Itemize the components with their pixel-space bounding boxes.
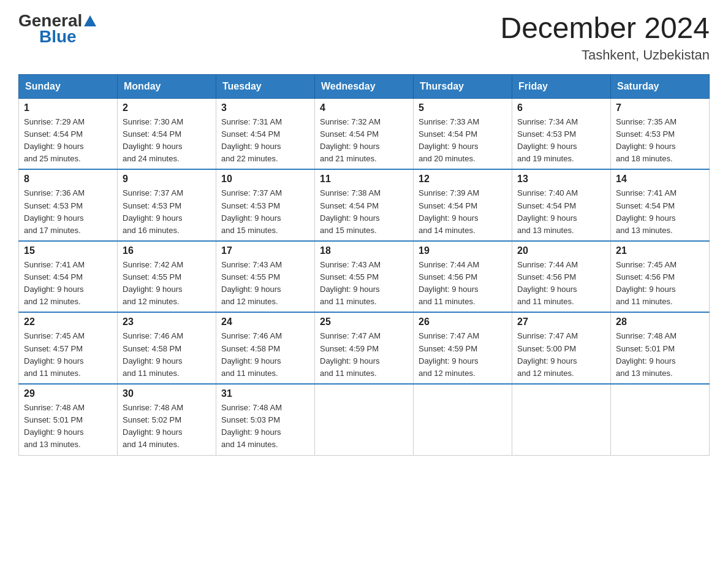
day-info: Sunrise: 7:40 AMSunset: 4:54 PMDaylight:… — [517, 188, 578, 234]
day-info: Sunrise: 7:34 AMSunset: 4:53 PMDaylight:… — [517, 117, 578, 163]
day-info: Sunrise: 7:41 AMSunset: 4:54 PMDaylight:… — [24, 260, 85, 306]
col-wednesday: Wednesday — [315, 74, 414, 98]
day-info: Sunrise: 7:48 AMSunset: 5:01 PMDaylight:… — [24, 403, 85, 449]
location-subtitle: Tashkent, Uzbekistan — [500, 47, 710, 63]
day-info: Sunrise: 7:30 AMSunset: 4:54 PMDaylight:… — [123, 117, 183, 163]
day-number: 25 — [320, 316, 408, 327]
calendar-week-row: 29 Sunrise: 7:48 AMSunset: 5:01 PMDaylig… — [19, 384, 710, 455]
calendar-week-row: 22 Sunrise: 7:45 AMSunset: 4:57 PMDaylig… — [19, 312, 710, 384]
day-info: Sunrise: 7:29 AMSunset: 4:54 PMDaylight:… — [24, 117, 85, 163]
day-info: Sunrise: 7:44 AMSunset: 4:56 PMDaylight:… — [517, 260, 578, 306]
table-row: 11 Sunrise: 7:38 AMSunset: 4:54 PMDaylig… — [315, 169, 414, 241]
day-number: 6 — [517, 102, 605, 113]
day-number: 10 — [221, 174, 309, 185]
table-row: 25 Sunrise: 7:47 AMSunset: 4:59 PMDaylig… — [315, 312, 414, 384]
col-thursday: Thursday — [414, 74, 512, 98]
table-row — [512, 384, 611, 455]
calendar-header-row: Sunday Monday Tuesday Wednesday Thursday… — [19, 74, 710, 98]
table-row: 31 Sunrise: 7:48 AMSunset: 5:03 PMDaylig… — [216, 384, 315, 455]
day-info: Sunrise: 7:35 AMSunset: 4:53 PMDaylight:… — [616, 117, 677, 163]
day-info: Sunrise: 7:43 AMSunset: 4:55 PMDaylight:… — [320, 260, 381, 306]
table-row: 13 Sunrise: 7:40 AMSunset: 4:54 PMDaylig… — [512, 169, 611, 241]
day-number: 18 — [320, 245, 408, 256]
day-number: 2 — [123, 102, 211, 113]
month-year-title: December 2024 — [500, 12, 710, 45]
day-number: 31 — [221, 388, 309, 399]
table-row: 9 Sunrise: 7:37 AMSunset: 4:53 PMDayligh… — [118, 169, 216, 241]
table-row — [414, 384, 512, 455]
table-row: 24 Sunrise: 7:46 AMSunset: 4:58 PMDaylig… — [216, 312, 315, 384]
day-number: 20 — [517, 245, 605, 256]
day-number: 15 — [24, 245, 112, 256]
title-area: December 2024 Tashkent, Uzbekistan — [500, 12, 710, 63]
table-row: 18 Sunrise: 7:43 AMSunset: 4:55 PMDaylig… — [315, 241, 414, 313]
table-row: 15 Sunrise: 7:41 AMSunset: 4:54 PMDaylig… — [19, 241, 118, 313]
table-row: 27 Sunrise: 7:47 AMSunset: 5:00 PMDaylig… — [512, 312, 611, 384]
day-info: Sunrise: 7:45 AMSunset: 4:56 PMDaylight:… — [616, 260, 677, 306]
calendar-table: Sunday Monday Tuesday Wednesday Thursday… — [18, 74, 710, 456]
day-info: Sunrise: 7:46 AMSunset: 4:58 PMDaylight:… — [221, 331, 282, 377]
day-info: Sunrise: 7:43 AMSunset: 4:55 PMDaylight:… — [221, 260, 282, 306]
day-info: Sunrise: 7:41 AMSunset: 4:54 PMDaylight:… — [616, 188, 677, 234]
table-row: 20 Sunrise: 7:44 AMSunset: 4:56 PMDaylig… — [512, 241, 611, 313]
day-number: 17 — [221, 245, 309, 256]
day-number: 22 — [24, 316, 112, 327]
table-row: 21 Sunrise: 7:45 AMSunset: 4:56 PMDaylig… — [611, 241, 710, 313]
day-number: 29 — [24, 388, 112, 399]
day-info: Sunrise: 7:38 AMSunset: 4:54 PMDaylight:… — [320, 188, 381, 234]
logo-triangle-icon — [83, 14, 97, 28]
day-info: Sunrise: 7:48 AMSunset: 5:01 PMDaylight:… — [616, 331, 677, 377]
table-row: 4 Sunrise: 7:32 AMSunset: 4:54 PMDayligh… — [315, 98, 414, 169]
day-number: 24 — [221, 316, 309, 327]
day-number: 11 — [320, 174, 408, 185]
day-number: 26 — [419, 316, 507, 327]
day-number: 9 — [123, 174, 211, 185]
day-number: 19 — [419, 245, 507, 256]
day-info: Sunrise: 7:45 AMSunset: 4:57 PMDaylight:… — [24, 331, 85, 377]
day-number: 16 — [123, 245, 211, 256]
day-number: 30 — [123, 388, 211, 399]
calendar-week-row: 15 Sunrise: 7:41 AMSunset: 4:54 PMDaylig… — [19, 241, 710, 313]
svg-marker-0 — [84, 15, 96, 26]
day-number: 23 — [123, 316, 211, 327]
table-row: 8 Sunrise: 7:36 AMSunset: 4:53 PMDayligh… — [19, 169, 118, 241]
day-info: Sunrise: 7:48 AMSunset: 5:02 PMDaylight:… — [123, 403, 183, 449]
table-row: 1 Sunrise: 7:29 AMSunset: 4:54 PMDayligh… — [19, 98, 118, 169]
table-row: 6 Sunrise: 7:34 AMSunset: 4:53 PMDayligh… — [512, 98, 611, 169]
col-friday: Friday — [512, 74, 611, 98]
day-number: 3 — [221, 102, 309, 113]
day-number: 12 — [419, 174, 507, 185]
table-row: 5 Sunrise: 7:33 AMSunset: 4:54 PMDayligh… — [414, 98, 512, 169]
day-number: 21 — [616, 245, 704, 256]
table-row: 23 Sunrise: 7:46 AMSunset: 4:58 PMDaylig… — [118, 312, 216, 384]
table-row: 12 Sunrise: 7:39 AMSunset: 4:54 PMDaylig… — [414, 169, 512, 241]
day-info: Sunrise: 7:48 AMSunset: 5:03 PMDaylight:… — [221, 403, 282, 449]
table-row: 3 Sunrise: 7:31 AMSunset: 4:54 PMDayligh… — [216, 98, 315, 169]
day-number: 5 — [419, 102, 507, 113]
table-row: 19 Sunrise: 7:44 AMSunset: 4:56 PMDaylig… — [414, 241, 512, 313]
table-row: 28 Sunrise: 7:48 AMSunset: 5:01 PMDaylig… — [611, 312, 710, 384]
logo: General Blue — [18, 12, 97, 47]
day-number: 1 — [24, 102, 112, 113]
day-info: Sunrise: 7:37 AMSunset: 4:53 PMDaylight:… — [221, 188, 282, 234]
day-info: Sunrise: 7:31 AMSunset: 4:54 PMDaylight:… — [221, 117, 282, 163]
table-row: 16 Sunrise: 7:42 AMSunset: 4:55 PMDaylig… — [118, 241, 216, 313]
calendar-week-row: 1 Sunrise: 7:29 AMSunset: 4:54 PMDayligh… — [19, 98, 710, 169]
day-info: Sunrise: 7:32 AMSunset: 4:54 PMDaylight:… — [320, 117, 381, 163]
day-info: Sunrise: 7:39 AMSunset: 4:54 PMDaylight:… — [419, 188, 479, 234]
day-info: Sunrise: 7:47 AMSunset: 4:59 PMDaylight:… — [419, 331, 479, 377]
table-row: 10 Sunrise: 7:37 AMSunset: 4:53 PMDaylig… — [216, 169, 315, 241]
day-info: Sunrise: 7:47 AMSunset: 4:59 PMDaylight:… — [320, 331, 381, 377]
day-info: Sunrise: 7:44 AMSunset: 4:56 PMDaylight:… — [419, 260, 479, 306]
day-info: Sunrise: 7:46 AMSunset: 4:58 PMDaylight:… — [123, 331, 183, 377]
table-row: 22 Sunrise: 7:45 AMSunset: 4:57 PMDaylig… — [19, 312, 118, 384]
col-sunday: Sunday — [19, 74, 118, 98]
day-number: 13 — [517, 174, 605, 185]
table-row: 2 Sunrise: 7:30 AMSunset: 4:54 PMDayligh… — [118, 98, 216, 169]
table-row — [315, 384, 414, 455]
col-monday: Monday — [118, 74, 216, 98]
logo-blue: Blue — [39, 27, 77, 47]
day-number: 27 — [517, 316, 605, 327]
day-number: 8 — [24, 174, 112, 185]
day-info: Sunrise: 7:47 AMSunset: 5:00 PMDaylight:… — [517, 331, 578, 377]
